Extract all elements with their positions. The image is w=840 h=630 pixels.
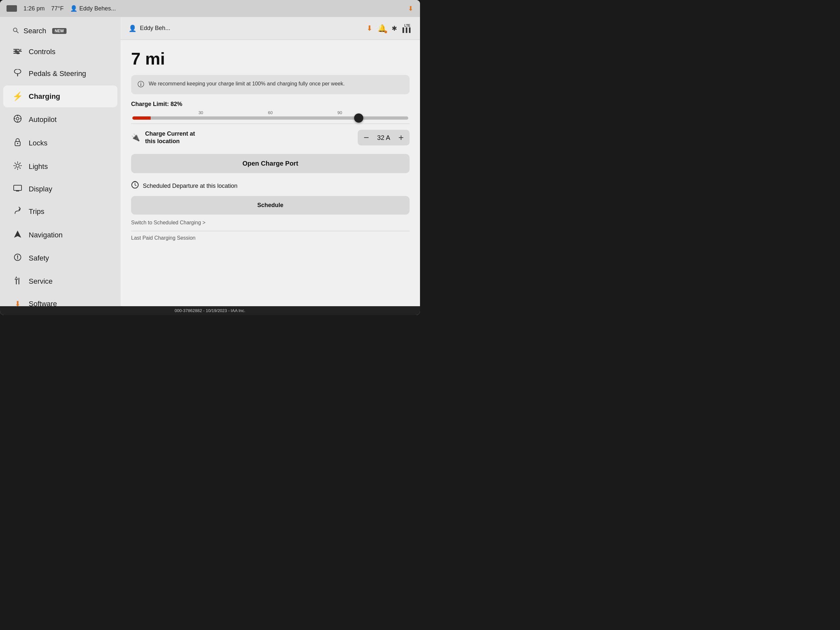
service-icon <box>13 276 23 287</box>
charge-current-label: Charge Current atthis location <box>145 130 352 145</box>
search-icon <box>13 27 19 35</box>
svg-point-18 <box>16 164 19 167</box>
svg-line-25 <box>20 163 20 164</box>
header-bell-icon[interactable]: 🔔 <box>377 24 387 33</box>
slider-marks: 30 60 90 <box>131 110 410 115</box>
sidebar-item-charging-label: Charging <box>29 92 60 101</box>
open-charge-port-button[interactable]: Open Charge Port <box>131 154 410 173</box>
status-bar-left: 1:26 pm 77°F 👤 Eddy Behes... <box>6 5 400 12</box>
slider-mark-60: 60 <box>268 110 273 115</box>
svg-point-5 <box>19 49 21 50</box>
notification-dot <box>384 31 387 33</box>
sidebar-item-service[interactable]: Service <box>3 270 117 292</box>
svg-marker-30 <box>14 231 21 238</box>
software-icon: ⬇ <box>13 300 23 306</box>
sidebar-item-service-label: Service <box>29 277 52 286</box>
svg-rect-2 <box>13 51 22 52</box>
scheduled-departure-label: Scheduled Departure at this location <box>143 183 237 189</box>
header-user: 👤 Eddy Beh... <box>128 24 360 32</box>
download-icon-top: ⬇ <box>408 5 414 13</box>
lte-signal-indicator: LTE ▌▌▌ <box>403 24 412 33</box>
navigation-icon <box>13 230 23 240</box>
charge-current-value: 32 A <box>376 134 392 142</box>
svg-point-33 <box>17 258 18 259</box>
sidebar-item-autopilot[interactable]: Autopilot <box>3 109 117 131</box>
sidebar-item-trips[interactable]: Trips <box>3 201 117 223</box>
status-user: 👤 Eddy Behes... <box>70 5 116 12</box>
charge-plug-icon: 🔌 <box>131 133 140 142</box>
sidebar-item-controls-label: Controls <box>29 47 55 56</box>
locks-icon <box>13 138 23 148</box>
status-bar: 1:26 pm 77°F 👤 Eddy Behes... ⬇ <box>0 0 420 17</box>
header-user-icon: 👤 <box>128 24 137 32</box>
charging-icon: ⚡ <box>13 91 23 101</box>
charge-limit-slider-track[interactable] <box>133 117 408 120</box>
header-download-icon: ⬇ <box>366 24 373 33</box>
sidebar-item-charging[interactable]: ⚡ Charging <box>3 85 117 107</box>
svg-point-11 <box>16 117 19 120</box>
status-bar-right: ⬇ <box>408 5 414 13</box>
charge-current-increment-button[interactable]: + <box>398 133 404 142</box>
sidebar-item-navigation[interactable]: Navigation <box>3 224 117 246</box>
range-display: 7 mi <box>131 49 410 68</box>
lights-icon <box>13 161 23 172</box>
sidebar-item-safety-label: Safety <box>29 254 49 262</box>
sidebar-search[interactable]: Search NEW <box>3 22 117 40</box>
bottom-bar: 000-37862882 - 10/19/2023 - IAA Inc. <box>0 306 420 315</box>
svg-line-24 <box>20 167 20 168</box>
sidebar-item-autopilot-label: Autopilot <box>29 115 57 124</box>
charge-limit-slider-thumb[interactable] <box>354 114 363 123</box>
status-icon <box>6 5 17 12</box>
safety-icon <box>13 253 23 263</box>
sidebar-item-software[interactable]: ⬇ Software <box>3 294 117 306</box>
sidebar-item-pedals[interactable]: Pedals & Steering <box>3 63 117 84</box>
svg-point-38 <box>141 82 141 83</box>
pedals-icon <box>13 69 23 78</box>
sidebar-item-locks-label: Locks <box>29 139 47 147</box>
trips-icon <box>13 207 23 217</box>
status-user-name: Eddy Behes... <box>79 5 116 12</box>
main-content: Search NEW Controls <box>0 17 420 306</box>
slider-mark-30: 30 <box>199 110 203 115</box>
sidebar-item-controls[interactable]: Controls <box>3 42 117 62</box>
search-new-badge: NEW <box>52 28 66 34</box>
status-time: 1:26 pm <box>24 5 45 12</box>
svg-line-26 <box>15 167 16 168</box>
info-box: We recommend keeping your charge limit a… <box>131 75 410 94</box>
autopilot-icon <box>13 114 23 125</box>
svg-point-17 <box>17 143 18 144</box>
slider-mark-90: 90 <box>338 110 342 115</box>
sidebar-item-display-label: Display <box>29 185 52 193</box>
svg-rect-27 <box>14 185 22 190</box>
charge-limit-slider-fill <box>133 117 359 120</box>
header-icons: ⬇ 🔔 ✱ LTE ▌▌▌ <box>366 24 412 33</box>
schedule-button[interactable]: Schedule <box>131 196 410 215</box>
sidebar-item-pedals-label: Pedals & Steering <box>29 69 86 78</box>
lte-label: LTE <box>404 24 410 27</box>
right-header: 👤 Eddy Beh... ⬇ 🔔 ✱ LTE ▌▌▌ <box>121 17 420 40</box>
status-user-icon: 👤 <box>70 5 77 12</box>
signal-bars: ▌▌▌ <box>403 27 412 33</box>
scheduled-departure: Scheduled Departure at this location <box>131 176 410 193</box>
sidebar-item-locks[interactable]: Locks <box>3 132 117 154</box>
info-icon <box>137 81 144 89</box>
sidebar-item-software-label: Software <box>29 300 57 306</box>
svg-rect-8 <box>14 69 21 74</box>
charge-current-title: Charge Current atthis location <box>145 130 352 145</box>
screen: 1:26 pm 77°F 👤 Eddy Behes... ⬇ S <box>0 0 420 315</box>
sidebar-item-lights[interactable]: Lights <box>3 156 117 178</box>
switch-to-scheduled-charging-link[interactable]: Switch to Scheduled Charging > <box>131 217 410 228</box>
charge-current-decrement-button[interactable]: − <box>363 133 369 142</box>
sidebar-item-navigation-label: Navigation <box>29 231 63 239</box>
header-user-name: Eddy Beh... <box>140 25 170 32</box>
charge-current-controls: − 32 A + <box>358 130 410 145</box>
sidebar-item-display[interactable]: Display <box>3 179 117 199</box>
svg-line-23 <box>15 163 16 164</box>
charge-current-row: 🔌 Charge Current atthis location − 32 A … <box>131 123 410 151</box>
header-bluetooth-icon: ✱ <box>392 24 397 32</box>
status-temperature: 77°F <box>51 5 63 12</box>
bottom-bar-text: 000-37862882 - 10/19/2023 - IAA Inc. <box>175 308 246 313</box>
sidebar-item-safety[interactable]: Safety <box>3 248 117 269</box>
charging-content: 7 mi We recommend keeping your charge li… <box>121 40 420 306</box>
sidebar: Search NEW Controls <box>0 17 121 306</box>
